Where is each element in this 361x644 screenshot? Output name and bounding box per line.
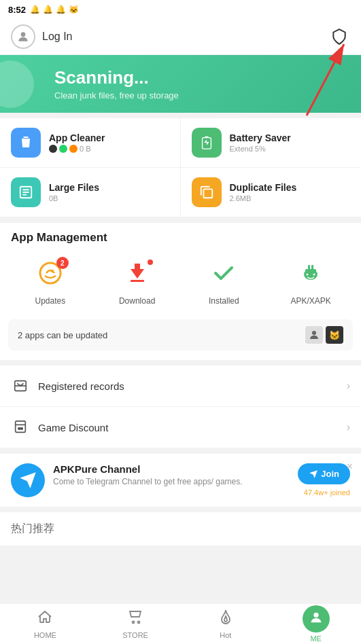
svg-point-24	[18, 427, 20, 429]
store-icon	[127, 609, 143, 629]
app-cleaner-name: App Cleaner	[49, 132, 105, 143]
menu-section: Registered records › Game Discount ›	[0, 365, 361, 448]
avatar[interactable]	[11, 24, 35, 49]
me-active-circle	[303, 605, 330, 632]
battery-saver-name: Battery Saver	[230, 132, 291, 143]
app-management-section: App Management 2 Updates	[0, 223, 361, 360]
apkpure-joined-count: 47.4w+ joined	[304, 488, 350, 497]
svg-marker-13	[131, 264, 144, 279]
telegram-logo	[11, 463, 45, 497]
mgmt-download[interactable]: Download	[94, 253, 181, 311]
mgmt-updates[interactable]: 2 Updates	[7, 253, 94, 311]
me-icon	[309, 610, 324, 628]
download-badge-dot	[148, 260, 153, 265]
chinese-text-row: 热门推荐	[0, 512, 361, 545]
large-files-name: Large Files	[49, 182, 99, 193]
apkpure-banner: APKPure Channel Come to Telegram Channel…	[0, 454, 361, 507]
tool-battery-saver[interactable]: Battery Saver Extend 5%	[181, 118, 362, 168]
app-management-grid: 2 Updates Download	[0, 247, 361, 317]
update-avatar-1	[305, 326, 323, 344]
store-label: STORE	[122, 631, 148, 639]
apkpure-title: APKPure Channel	[53, 463, 290, 475]
scanning-subtitle: Clean junk files, free up storage	[54, 90, 347, 101]
shield-icon-button[interactable]	[328, 26, 350, 48]
battery-saver-icon	[192, 128, 222, 158]
chinese-text: 热门推荐	[11, 522, 54, 534]
update-avatar-2: 🐱	[326, 326, 343, 344]
home-icon	[37, 609, 53, 629]
nav-store[interactable]: STORE	[90, 604, 181, 644]
duplicate-files-sub: 2.6MB	[230, 194, 297, 202]
scanning-title: Scanning...	[54, 67, 347, 88]
svg-rect-17	[308, 265, 310, 270]
status-time: 8:52	[8, 5, 26, 15]
duplicate-files-icon	[192, 177, 222, 207]
apkpure-join-button[interactable]: Join	[298, 463, 350, 484]
tool-duplicate-files[interactable]: Duplicate Files 2.6MB	[181, 168, 362, 217]
quick-tools-grid: App Cleaner 0 B Battery Saver Extend 5% …	[0, 118, 361, 217]
update-avatars: 🐱	[305, 326, 343, 344]
apk-xapk-label: APK/XAPK	[290, 296, 330, 306]
menu-registered-records[interactable]: Registered records ›	[0, 365, 361, 407]
svg-rect-6	[205, 137, 209, 138]
tool-large-files[interactable]: Large Files 0B	[0, 168, 181, 217]
svg-point-0	[21, 32, 26, 37]
svg-point-20	[313, 273, 315, 275]
game-discount-label: Game Discount	[38, 422, 347, 433]
menu-game-discount[interactable]: Game Discount ›	[0, 407, 361, 448]
cat-icon: 🐱	[69, 5, 79, 14]
header: Log In	[0, 19, 361, 55]
chevron-right-icon: ›	[347, 380, 350, 392]
registered-records-label: Registered records	[38, 380, 347, 392]
svg-point-27	[138, 622, 140, 624]
installed-label: Installed	[209, 296, 239, 306]
scanning-banner: Scanning... Clean junk files, free up st…	[0, 55, 361, 113]
large-files-sub: 0B	[49, 194, 99, 202]
duplicate-files-name: Duplicate Files	[230, 182, 297, 193]
app-cleaner-sub: 0 B	[49, 145, 105, 153]
updates-badge: 2	[56, 257, 69, 269]
svg-point-28	[313, 612, 318, 617]
nav-hot[interactable]: Hot	[181, 604, 271, 644]
svg-point-26	[133, 622, 135, 624]
close-banner-button[interactable]: ×	[347, 461, 353, 473]
chevron-right-icon-2: ›	[347, 421, 350, 433]
battery-saver-sub: Extend 5%	[230, 145, 291, 153]
status-bar: 8:52 🔔 🔔 🔔 🐱	[0, 0, 361, 19]
home-label: HOME	[34, 631, 56, 639]
nav-me[interactable]: ME	[271, 604, 361, 644]
app-management-title: App Management	[11, 231, 107, 244]
bottom-navigation: HOME STORE Hot	[0, 603, 361, 644]
svg-rect-14	[131, 280, 144, 282]
svg-rect-18	[311, 265, 313, 270]
hot-icon	[218, 609, 234, 629]
apkpure-subtitle: Come to Telegram Channel to get free app…	[53, 476, 290, 488]
hot-label: Hot	[220, 631, 231, 639]
status-icons: 🔔 🔔 🔔 🐱	[30, 5, 79, 14]
game-discount-icon	[11, 418, 30, 437]
mgmt-installed[interactable]: Installed	[181, 253, 268, 311]
updates-label: Updates	[35, 296, 66, 306]
me-label: ME	[310, 634, 322, 643]
svg-point-25	[20, 427, 22, 429]
scan-circle	[0, 60, 34, 108]
registered-records-icon	[11, 376, 30, 395]
login-label[interactable]: Log In	[42, 31, 72, 43]
large-files-icon	[11, 177, 41, 207]
app-management-title-bar: App Management	[0, 223, 361, 247]
update-row-text: 2 apps can be updated	[18, 330, 298, 340]
notification2-icon: 🔔	[43, 5, 53, 14]
notification3-icon: 🔔	[56, 5, 66, 14]
nav-home[interactable]: HOME	[0, 604, 90, 644]
download-label: Download	[119, 296, 155, 306]
update-row[interactable]: 2 apps can be updated 🐱	[8, 319, 353, 351]
tool-app-cleaner[interactable]: App Cleaner 0 B	[0, 118, 181, 168]
svg-point-21	[312, 331, 316, 335]
svg-point-19	[307, 273, 309, 275]
app-cleaner-icon	[11, 128, 41, 158]
notification-icon: 🔔	[30, 5, 40, 14]
svg-rect-11	[203, 189, 212, 198]
mgmt-apk-xapk[interactable]: APK/XAPK	[267, 253, 354, 311]
